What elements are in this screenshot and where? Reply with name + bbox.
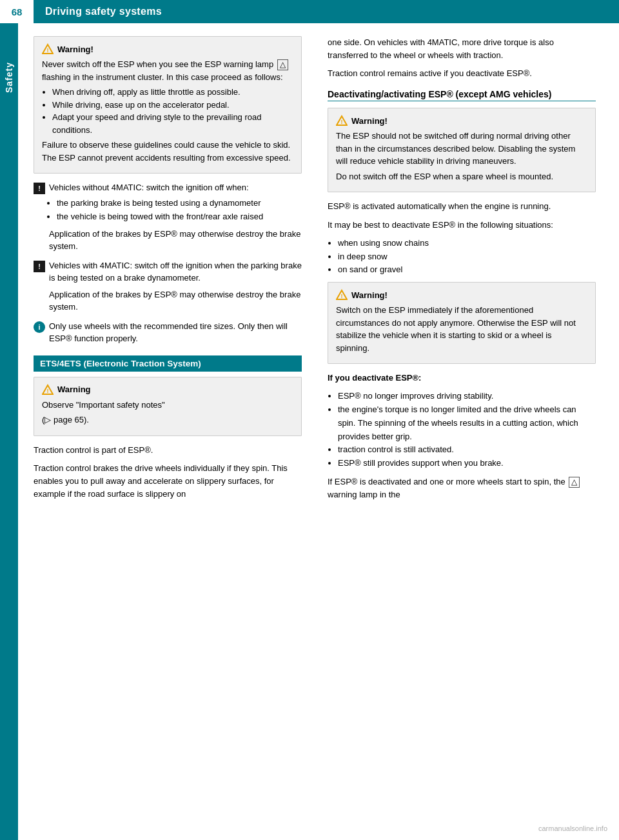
esp-para-1: ESP® is activated automatically when the… [328,200,596,213]
note-inline-1: ! Vehicles without 4MATIC: switch the ig… [34,181,302,194]
note-text-1: Vehicles without 4MATIC: switch the igni… [49,181,249,194]
note-block-3: i Only use wheels with the recommended t… [34,320,302,345]
warning-ets-body2: (▷ page 65). [42,414,293,426]
list-item: on sand or gravel [338,263,596,277]
warning-triangle-icon-3: ! [336,289,348,301]
warning-body-1: Never switch off the ESP when you see th… [42,58,293,83]
warning-triangle-icon-1: ! [42,43,54,55]
svg-text:!: ! [341,119,343,125]
traction-para-1: Traction control is part of ESP®. [34,444,302,457]
list-item: in deep snow [338,250,596,264]
section-heading: Deactivating/activating ESP® (except AMG… [328,89,596,101]
list-item: Adapt your speed and driving style to th… [52,111,293,136]
note-sub-text-1: Application of the brakes by ESP® may ot… [49,228,302,253]
list-item: when using snow chains [338,237,596,250]
list-item: the parking brake is being tested using … [57,197,302,210]
page-body: Safety ! Warning! Never switch off the E [0,23,619,840]
esp-bullets: when using snow chains in deep snow on s… [338,237,596,277]
list-item: While driving, ease up on the accelerato… [52,99,293,112]
warning-bullets-1: When driving off, apply as little thrott… [52,86,293,136]
footer-para: If ESP® is deactivated and one or more w… [328,475,596,501]
list-item: the vehicle is being towed with the fron… [57,210,302,224]
warning-body-3: Switch on the ESP immediately if the afo… [336,304,587,354]
intro-para-1: one side. On vehicles with 4MATIC, more … [328,36,596,62]
traction-para-2: Traction control brakes the drive wheels… [34,462,302,501]
warning-label-2: Warning! [351,116,388,126]
header-bar: 68 Driving safety systems [0,0,619,23]
esp-lamp-icon: △ [277,59,288,71]
list-item: traction control is still activated. [338,443,596,457]
svg-text:!: ! [341,293,343,299]
warning-label-3: Warning! [351,290,388,300]
right-column: one side. On vehicles with 4MATIC, more … [315,36,611,827]
note-inline-3: i Only use wheels with the recommended t… [34,320,302,345]
list-item: the engine's torque is no longer limited… [338,403,596,443]
list-item: When driving off, apply as little thrott… [52,86,293,99]
esp-para-2: It may be best to deactivate ESP® in the… [328,219,596,232]
intro-para-2: Traction control remains active if you d… [328,67,596,80]
warning-box-1: ! Warning! Never switch off the ESP when… [34,36,302,174]
warning-title-ets: ! Warning [42,384,293,395]
warning-title-1: ! Warning! [42,43,293,55]
sidebar-tab: Safety [0,23,18,840]
note-icon-info: i [34,321,45,333]
warning-body-2b: Do not switch off the ESP when a spare w… [336,170,587,183]
warning-box-3: ! Warning! Switch on the ESP immediately… [328,282,596,364]
warning-triangle-icon-ets: ! [42,384,54,395]
note-sub-list-1: the parking brake is being tested using … [57,197,302,224]
esp-lamp-icon-2: △ [569,477,580,488]
warning-title-2: ! Warning! [336,115,587,126]
header-title: Driving safety systems [45,6,162,17]
warning-box-ets: ! Warning Observe "Important safety note… [34,377,302,436]
warning-ets-body1: Observe "Important safety notes" [42,399,293,412]
list-item: ESP® still provides support when you bra… [338,457,596,470]
svg-text:!: ! [47,388,49,394]
svg-text:!: ! [47,47,49,54]
note-icon-2: ! [34,261,45,272]
note-sub-1: the parking brake is being tested using … [49,197,302,253]
note-inline-2: ! Vehicles with 4MATIC: switch off the i… [34,259,302,285]
note-sub-2: Application of the brakes by ESP® may ot… [49,288,302,314]
sidebar-label: Safety [4,62,14,93]
deactivate-heading: If you deactivate ESP®: [328,372,596,385]
list-item: ESP® no longer improves driving stabilit… [338,390,596,403]
warning-footer-1: Failure to observe these guidelines coul… [42,139,293,164]
note-block-1: ! Vehicles without 4MATIC: switch the ig… [34,181,302,253]
warning-title-3: ! Warning! [336,289,587,301]
page-number: 68 [0,0,34,23]
deactivate-bullets: ESP® no longer improves driving stabilit… [338,390,596,470]
warning-body-2a: The ESP should not be switched off durin… [336,130,587,168]
note-icon-1: ! [34,183,45,194]
warning-label-1: Warning! [57,45,93,54]
note-block-2: ! Vehicles with 4MATIC: switch off the i… [34,259,302,314]
main-content: ! Warning! Never switch off the ESP when… [18,23,619,840]
left-column: ! Warning! Never switch off the ESP when… [18,36,315,827]
note-text-3: Only use wheels with the recommended tir… [49,320,302,345]
ets-heading: ETS/4ETS (Electronic Traction System) [34,355,302,372]
note-sub-text-2: Application of the brakes by ESP® may ot… [49,288,302,314]
warning-triangle-icon-2: ! [336,115,348,126]
note-text-2: Vehicles with 4MATIC: switch off the ign… [49,259,302,285]
warning-label-ets: Warning [57,385,91,394]
watermark: carmanualsonline.info [538,825,607,832]
warning-box-2: ! Warning! The ESP should not be switche… [328,108,596,192]
